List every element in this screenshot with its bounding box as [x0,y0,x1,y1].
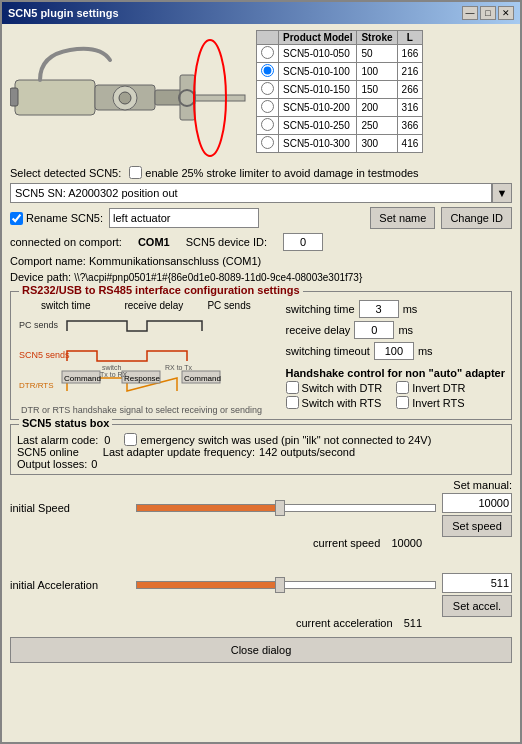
rs232-title: RS232/USB to RS485 interface configurati… [19,284,303,296]
change-id-button[interactable]: Change ID [441,207,512,229]
comport-label: connected on comport: [10,236,122,248]
emergency-label[interactable]: emergency switch was used (pin "ilk" not… [124,433,431,446]
l-cell: 316 [397,99,423,117]
speed-manual-input[interactable] [442,493,512,513]
accel-manual-input[interactable] [442,573,512,593]
model-cell: SCN5-010-250 [279,117,357,135]
timing-params: switching time ms receive delay ms switc… [286,300,505,415]
svg-text:PC sends: PC sends [19,320,59,330]
product-radio[interactable] [261,118,274,131]
receive-delay-label2: receive delay [286,324,351,336]
scn5-select[interactable]: SCN5 SN: A2000302 position out [10,183,492,203]
title-bar-buttons: — □ ✕ [462,6,514,20]
set-name-button[interactable]: Set name [370,207,435,229]
product-radio[interactable] [261,82,274,95]
l-cell: 166 [397,45,423,63]
svg-text:SCN5 sends: SCN5 sends [19,350,70,360]
stroke-cell: 200 [357,99,397,117]
speed-manual-section: Set manual: Set speed [442,479,512,537]
waveform-container: switch time receive delay PC sends PC se… [17,300,278,415]
switch-rts-text: Switch with RTS [302,397,382,409]
radio-cell[interactable] [257,45,279,63]
stroke-cell: 300 [357,135,397,153]
rename-checkbox[interactable] [10,212,23,225]
radio-cell[interactable] [257,117,279,135]
title-bar: SCN5 plugin settings — □ ✕ [2,2,520,24]
scn5-dropdown-row: SCN5 SN: A2000302 position out ▼ [10,183,512,203]
dtr-rts-note: DTR or RTS handshake signal to select re… [17,405,278,415]
switch-dtr-text: Switch with DTR [302,382,383,394]
accel-slider-thumb[interactable] [275,577,285,593]
product-radio[interactable] [261,64,274,77]
switching-time-row: switching time ms [286,300,505,318]
rename-input[interactable] [109,208,259,228]
accel-slider-fill [137,582,281,588]
svg-point-5 [119,92,131,104]
stroke-limiter-checkbox-label[interactable]: enable 25% stroke limiter to avoid damag… [129,166,418,179]
rename-label: Rename SCN5: [26,212,103,224]
current-accel-label: current acceleration [296,617,393,629]
set-speed-button[interactable]: Set speed [442,515,512,537]
switching-timeout-row: switching timeout ms [286,342,505,360]
status-content: Last alarm code: 0 emergency switch was … [17,433,505,470]
set-accel-button[interactable]: Set accel. [442,595,512,617]
minimize-button[interactable]: — [462,6,478,20]
adapter-label: Last adapter update frequency: [103,446,255,458]
accel-manual-section: Set accel. [442,553,512,617]
invert-rts-label[interactable]: Invert RTS [396,396,505,409]
model-cell: SCN5-010-200 [279,99,357,117]
close-window-button[interactable]: ✕ [498,6,514,20]
svg-text:Response: Response [124,374,161,383]
invert-dtr-text: Invert DTR [412,382,465,394]
switching-timeout-input[interactable] [374,342,414,360]
rename-row: Rename SCN5: Set name Change ID [10,207,512,229]
product-radio[interactable] [261,46,274,59]
connection-info-row: connected on comport: COM1 SCN5 device I… [10,233,512,251]
switch-dtr-label[interactable]: Switch with DTR [286,381,395,394]
receive-delay-input[interactable] [354,321,394,339]
switch-rts-checkbox[interactable] [286,396,299,409]
waveform-svg: PC sends SCN5 sends DTR/RTS Command Resp… [17,313,247,403]
current-accel-row: current acceleration 511 [10,617,512,629]
switching-time-label: switching time [286,303,355,315]
switch-rts-label[interactable]: Switch with RTS [286,396,395,409]
radio-cell[interactable] [257,135,279,153]
product-radio[interactable] [261,100,274,113]
receive-delay-label: receive delay [124,300,183,311]
invert-dtr-checkbox[interactable] [396,381,409,394]
device-id-input[interactable] [283,233,323,251]
status-box: SCN5 status box Last alarm code: 0 emerg… [10,424,512,475]
maximize-button[interactable]: □ [480,6,496,20]
top-section: Product Model Stroke L SCN5-010-050 50 1… [10,30,512,160]
invert-rts-checkbox[interactable] [396,396,409,409]
window-title: SCN5 plugin settings [8,7,119,19]
radio-cell[interactable] [257,81,279,99]
alarm-row: Last alarm code: 0 emergency switch was … [17,433,505,446]
waveform-labels-top: switch time receive delay PC sends [17,300,278,311]
product-radio[interactable] [261,136,274,149]
close-dialog-button[interactable]: Close dialog [10,637,512,663]
receive-delay-row: receive delay ms [286,321,505,339]
switching-time-input[interactable] [359,300,399,318]
svg-text:Tx to RX: Tx to RX [100,371,128,378]
stroke-limiter-checkbox[interactable] [129,166,142,179]
svg-rect-6 [195,95,245,101]
accel-label: initial Acceleration [10,579,130,591]
switch-dtr-checkbox[interactable] [286,381,299,394]
content-area: Product Model Stroke L SCN5-010-050 50 1… [2,24,520,742]
rs232-section: RS232/USB to RS485 interface configurati… [10,291,512,420]
current-speed-label: current speed [313,537,380,549]
scn5-dropdown-arrow[interactable]: ▼ [492,183,512,203]
device-svg [10,30,250,160]
rename-checkbox-label[interactable]: Rename SCN5: [10,212,103,225]
stroke-cell: 100 [357,63,397,81]
select-scn5-row: Select detected SCN5: enable 25% stroke … [10,166,512,179]
radio-cell[interactable] [257,63,279,81]
handshake-grid: Switch with DTR Invert DTR Switch with R… [286,381,505,409]
main-window: SCN5 plugin settings — □ ✕ [0,0,522,744]
svg-rect-7 [180,75,195,120]
emergency-checkbox[interactable] [124,433,137,446]
speed-slider-thumb[interactable] [275,500,285,516]
invert-dtr-label[interactable]: Invert DTR [396,381,505,394]
radio-cell[interactable] [257,99,279,117]
